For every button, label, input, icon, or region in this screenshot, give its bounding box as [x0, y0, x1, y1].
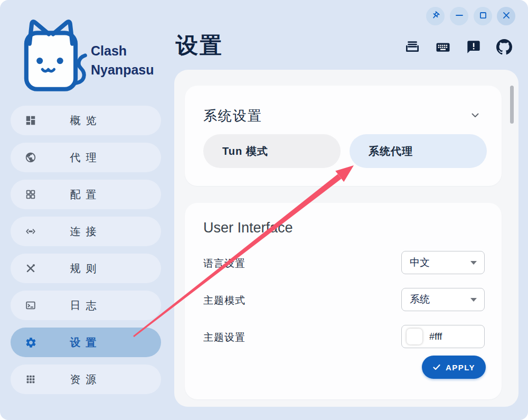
sidebar-item-overview[interactable]: 概览 [11, 106, 161, 135]
theme-color-value: #fff [429, 331, 442, 342]
maximize-button[interactable] [474, 7, 492, 25]
feedback-icon[interactable] [466, 39, 482, 55]
close-button[interactable] [497, 7, 515, 25]
theme-mode-select[interactable]: 系统 [401, 288, 485, 311]
system-proxy-label: 系统代理 [369, 144, 413, 158]
caret-down-icon [470, 298, 477, 302]
language-select[interactable]: 中文 [401, 251, 485, 274]
minimize-button[interactable] [450, 7, 468, 25]
close-icon [501, 10, 512, 23]
sidebar-item-rules[interactable]: 规则 [11, 254, 161, 283]
sidebar-item-resources[interactable]: 资源 [11, 365, 161, 394]
pin-icon [430, 10, 441, 23]
cat-logo [14, 18, 90, 99]
sidebar-item-profiles[interactable]: 配置 [11, 180, 161, 209]
scrollbar-thumb[interactable] [510, 86, 514, 124]
ethernet-icon [24, 225, 37, 238]
minimize-icon [454, 10, 465, 23]
page-title: 设置 [176, 31, 223, 60]
language-setting-label: 语言设置 [203, 257, 246, 270]
gear-icon [24, 336, 37, 349]
grid-icon [24, 188, 37, 201]
system-settings-title: 系统设置 [203, 107, 262, 125]
theme-mode-label: 主题模式 [203, 294, 246, 307]
globe-icon [24, 151, 37, 164]
github-icon[interactable] [496, 39, 512, 55]
color-swatch[interactable] [407, 329, 422, 344]
apps-grid-icon [24, 373, 37, 386]
dashboard-icon [24, 114, 37, 127]
pin-button[interactable] [426, 7, 445, 25]
chevron-down-icon[interactable] [469, 109, 482, 124]
system-settings-card: 系统设置 Tun 模式 系统代理 [185, 86, 502, 186]
sidebar-item-proxies[interactable]: 代理 [11, 143, 161, 172]
system-proxy-button[interactable]: 系统代理 [350, 134, 487, 168]
settings-panel: 系统设置 Tun 模式 系统代理 User Interface 语言设置 中文 … [174, 70, 518, 407]
apply-label: APPLY [446, 363, 475, 372]
sidebar-item-settings[interactable]: 设置 [11, 328, 161, 357]
sidebar-item-connections[interactable]: 连接 [11, 217, 161, 246]
brand-line1: Clash [91, 41, 154, 60]
language-select-value: 中文 [410, 256, 430, 269]
terminal-icon [24, 299, 37, 312]
brand-name: Clash Nyanpasu [91, 41, 154, 79]
sidebar-item-logs[interactable]: 日志 [11, 291, 161, 320]
user-interface-title: User Interface [203, 220, 293, 236]
tun-mode-label: Tun 模式 [222, 144, 268, 158]
check-icon [432, 363, 441, 371]
theme-setting-label: 主题设置 [203, 331, 246, 344]
user-interface-card: User Interface 语言设置 中文 主题模式 系统 主题设置 #fff [185, 203, 502, 399]
maximize-icon [477, 10, 489, 23]
header-actions [404, 39, 512, 55]
app-window: Clash Nyanpasu 概览 代理 配置 连接 [0, 0, 528, 420]
theme-color-input[interactable]: #fff [401, 325, 485, 348]
keyboard-icon[interactable] [435, 39, 451, 55]
theme-mode-value: 系统 [410, 293, 430, 306]
tray-lines-icon[interactable] [404, 39, 420, 55]
apply-button[interactable]: APPLY [422, 356, 486, 379]
crossed-tools-icon [24, 262, 37, 275]
brand-line2: Nyanpasu [91, 60, 154, 79]
caret-down-icon [470, 261, 477, 265]
tun-mode-button[interactable]: Tun 模式 [203, 134, 341, 168]
